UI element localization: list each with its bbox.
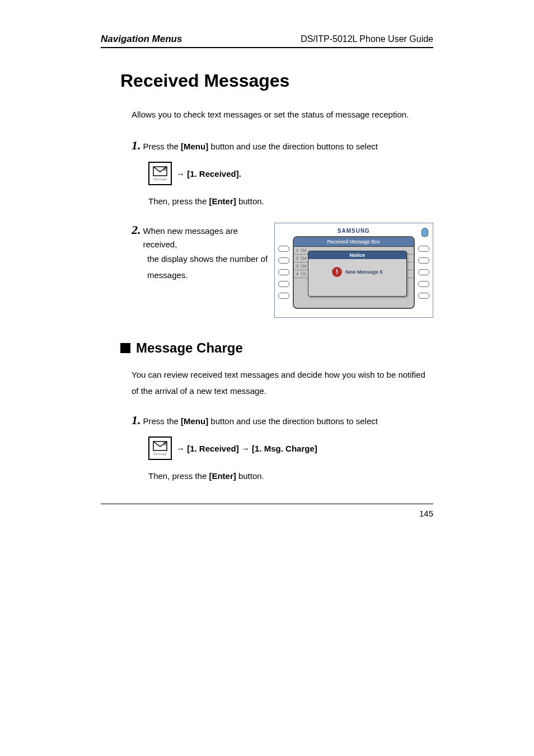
step-1-path: → [1. Received]. xyxy=(176,169,241,179)
side-button xyxy=(418,257,429,264)
header-left: Navigation Menus xyxy=(101,34,182,45)
side-button xyxy=(278,246,289,252)
notice-title: Notice xyxy=(308,251,406,259)
section2-step-1-number: 1. xyxy=(132,413,141,428)
side-button xyxy=(418,281,429,287)
step-1-then: Then, press the [Enter] button. xyxy=(148,196,433,206)
page-footer: 145 xyxy=(101,504,433,518)
step-2-text-first: When new messages are received, xyxy=(143,224,274,251)
brand-label: SAMSUNG xyxy=(293,228,415,234)
page-title: Received Messages xyxy=(120,71,433,91)
header-right: DS/ITP-5012L Phone User Guide xyxy=(301,34,433,44)
lcd-header: Received Message Box xyxy=(294,237,414,247)
section2-step-1-icon-row: Message → [1. Received] → [1. Msg. Charg… xyxy=(148,436,433,460)
square-bullet-icon xyxy=(120,343,130,353)
message-icon-label: Message xyxy=(153,452,167,456)
message-icon: Message xyxy=(148,162,172,185)
side-button xyxy=(418,269,429,275)
section2-step-1-then: Then, press the [Enter] button. xyxy=(148,471,433,481)
side-button xyxy=(418,293,429,299)
notice-popup: Notice ! New Message 5 xyxy=(308,251,407,297)
section2-step-1: 1. Press the [Menu] button and use the d… xyxy=(132,413,433,428)
side-button xyxy=(278,257,289,264)
side-button xyxy=(278,269,289,275)
exclamation-icon: ! xyxy=(332,267,342,277)
message-icon-label: Message xyxy=(153,177,167,181)
notice-message: New Message 5 xyxy=(345,269,383,275)
envelope-icon xyxy=(153,166,167,176)
page-number: 145 xyxy=(419,509,433,518)
step-1-number: 1. xyxy=(132,138,141,153)
section-heading: Message Charge xyxy=(120,340,433,356)
section2-step-1-path: → [1. Received] → [1. Msg. Charge] xyxy=(176,444,317,453)
section2-step-1-text: Press the [Menu] button and use the dire… xyxy=(143,415,378,428)
step-2-body: the display shows the number of messages… xyxy=(147,251,274,283)
section-title: Message Charge xyxy=(136,340,243,356)
step-1: 1. Press the [Menu] button and use the d… xyxy=(132,138,433,153)
step-1-text: Press the [Menu] button and use the dire… xyxy=(143,140,378,153)
intro-text: Allows you to check text messages or set… xyxy=(132,108,433,121)
step-2-number: 2. xyxy=(132,223,141,237)
section-body: You can review received text messages an… xyxy=(132,367,433,399)
phone-screenshot: SAMSUNG ☎10 Received Message Box 1M 2M 3… xyxy=(274,223,433,318)
lcd-screen: ☎10 Received Message Box 1M 2M 3M 4S Not… xyxy=(293,236,415,309)
message-icon: Message xyxy=(148,436,172,460)
step-2-container: 2. When new messages are received, the d… xyxy=(132,223,433,318)
step-1-icon-row: Message → [1. Received]. xyxy=(148,162,433,185)
right-side-buttons xyxy=(418,228,429,299)
side-button xyxy=(278,281,289,287)
led-icon xyxy=(421,228,428,237)
side-button xyxy=(418,246,429,252)
left-side-buttons xyxy=(278,228,289,299)
envelope-icon xyxy=(153,441,167,451)
side-button xyxy=(278,293,289,299)
page-header: Navigation Menus DS/ITP-5012L Phone User… xyxy=(101,34,433,48)
